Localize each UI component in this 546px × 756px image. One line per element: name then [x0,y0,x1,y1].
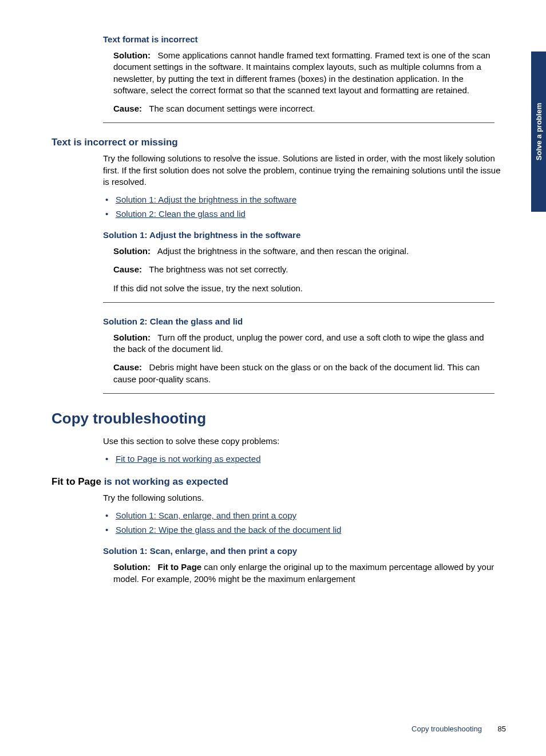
paragraph: Use this section to solve these copy pro… [103,436,494,447]
paragraph: Solution: Fit to Page can only enlarge t… [113,561,494,585]
list-item: Solution 1: Adjust the brightness in the… [103,193,512,205]
page-footer: Copy troubleshooting 85 [412,725,506,733]
link-sol1-brightness[interactable]: Solution 1: Adjust the brightness in the… [116,195,296,204]
heading-text-format-incorrect: Text format is incorrect [103,34,512,44]
page-content: Text format is incorrect Solution: Some … [0,0,546,756]
cause-label: Cause: [113,104,142,113]
cause-text: The scan document settings were incorrec… [149,104,315,113]
paragraph: Cause: The scan document settings were i… [113,103,494,114]
heading-copy-troubleshooting: Copy troubleshooting [52,410,512,428]
solution-label: Solution: [113,246,151,256]
link-list: Solution 1: Scan, enlarge, and then prin… [103,509,512,536]
paragraph: If this did not solve the issue, try the… [113,283,494,294]
footer-title: Copy troubleshooting [412,725,482,733]
paragraph: Solution: Adjust the brightness in the s… [113,246,494,257]
solution-label: Solution: [113,562,151,572]
heading-fit-to-page: Fit to Page is not working as expected [52,476,512,488]
footer-page-number: 85 [498,725,506,733]
solution-label: Solution: [113,333,151,342]
paragraph: Try the following solutions. [103,492,494,504]
paragraph: Solution: Turn off the product, unplug t… [113,332,494,355]
link-sol2-clean[interactable]: Solution 2: Clean the glass and lid [116,209,246,219]
heading-fit-black: Fit to Page [52,476,104,487]
heading-sol2-clean: Solution 2: Clean the glass and lid [103,316,512,326]
list-item: Solution 2: Wipe the glass and the back … [103,524,512,536]
cause-text: The brightness was not set correctly. [149,264,288,274]
divider [103,302,494,303]
list-item: Solution 2: Clean the glass and lid [103,208,512,220]
paragraph: Try the following solutions to resolve t… [103,153,506,188]
paragraph: Cause: The brightness was not set correc… [113,264,494,275]
divider [103,122,494,123]
list-item: Fit to Page is not working as expected [103,453,512,465]
link-fit-to-page[interactable]: Fit to Page is not working as expected [116,454,260,464]
paragraph: Solution: Some applications cannot handl… [113,50,494,96]
paragraph: Cause: Debris might have been stuck on t… [113,362,494,385]
link-sol2-wipe-glass[interactable]: Solution 2: Wipe the glass and the back … [116,525,341,535]
link-list: Fit to Page is not working as expected [103,453,512,465]
cause-text: Debris might have been stuck on the glas… [113,362,480,383]
heading-text-incorrect-missing: Text is incorrect or missing [52,137,512,148]
cause-label: Cause: [113,362,142,372]
heading-sol1-brightness: Solution 1: Adjust the brightness in the… [103,230,512,240]
heading-fit-blue: is not working as expected [104,476,228,487]
link-list: Solution 1: Adjust the brightness in the… [103,193,512,220]
list-item: Solution 1: Scan, enlarge, and then prin… [103,509,512,521]
heading-sol1-scan-enlarge: Solution 1: Scan, enlarge, and then prin… [103,546,512,556]
solution-text: Some applications cannot handle framed t… [113,50,490,95]
link-sol1-scan-enlarge[interactable]: Solution 1: Scan, enlarge, and then prin… [116,510,296,520]
cause-label: Cause: [113,264,142,274]
divider [103,393,494,394]
fit-to-page-bold: Fit to Page [158,562,202,572]
solution-label: Solution: [113,50,151,60]
solution-text: Turn off the product, unplug the power c… [113,333,484,354]
solution-text: Adjust the brightness in the software, a… [157,246,409,256]
